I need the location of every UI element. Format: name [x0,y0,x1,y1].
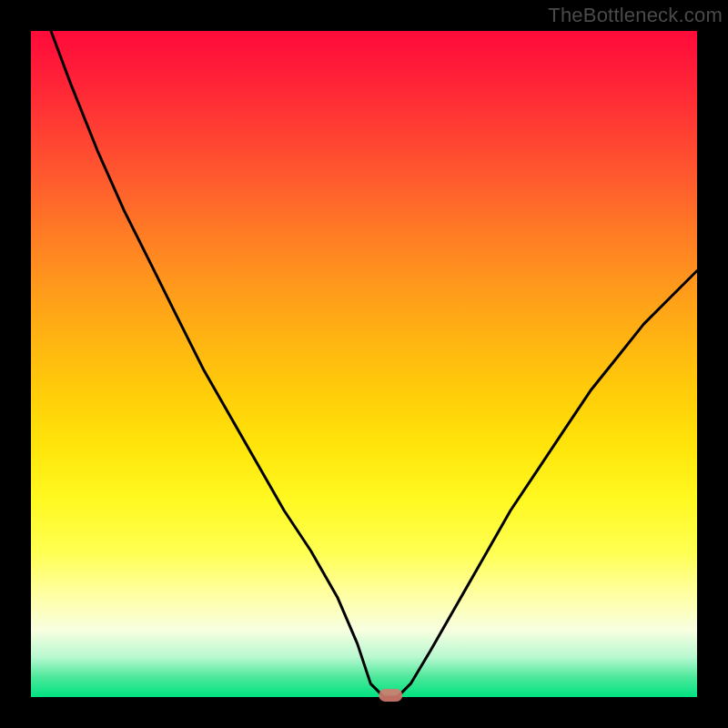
valley-marker [379,689,402,702]
chart-frame: TheBottleneck.com [0,0,728,728]
bottleneck-curve-svg [31,31,697,697]
plot-area [31,31,697,697]
bottleneck-curve [51,31,697,697]
watermark-text: TheBottleneck.com [548,4,723,27]
